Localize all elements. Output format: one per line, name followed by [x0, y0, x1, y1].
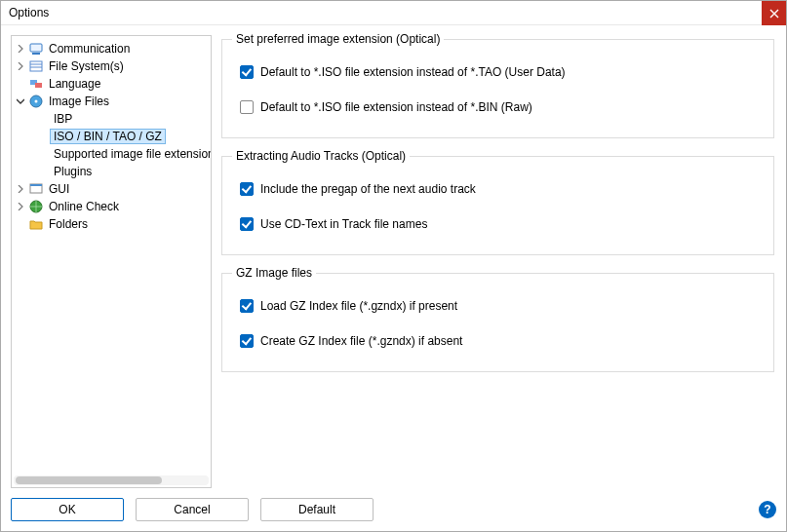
language-icon — [28, 76, 44, 92]
tree-scrollbar[interactable] — [14, 475, 209, 485]
group-title: Set preferred image extension (Optical) — [232, 32, 444, 46]
svg-rect-6 — [35, 83, 42, 88]
window-title: Options — [9, 6, 49, 19]
options-window: Options Communication File System(s) — [0, 0, 787, 532]
tree-item-image-files[interactable]: Image Files — [14, 93, 212, 110]
close-icon — [769, 9, 779, 19]
tree-item-label: Online Check — [47, 200, 121, 213]
checkbox-label: Create GZ Index file (*.gzndx) if absent — [260, 334, 462, 348]
tree-item-plugins[interactable]: Plugins — [14, 163, 212, 180]
tree-item-communication[interactable]: Communication — [14, 40, 212, 57]
cancel-button[interactable]: Cancel — [136, 498, 249, 521]
checkbox-load-gz-index[interactable] — [240, 299, 254, 313]
chevron-down-icon[interactable] — [14, 95, 27, 108]
scrollbar-thumb[interactable] — [16, 476, 162, 484]
disc-icon — [28, 94, 44, 109]
tree-item-online-check[interactable]: Online Check — [14, 198, 212, 215]
chevron-right-icon[interactable] — [14, 59, 27, 73]
folder-icon — [28, 216, 44, 232]
tree-item-label: Plugins — [52, 165, 94, 178]
group-preferred-extension: Set preferred image extension (Optical) … — [221, 39, 774, 138]
settings-panel: Set preferred image extension (Optical) … — [221, 35, 776, 488]
group-title: Extracting Audio Tracks (Optical) — [232, 149, 410, 163]
svg-rect-1 — [32, 53, 40, 55]
checkbox-create-gz-index[interactable] — [240, 334, 254, 348]
tree-item-label: IBP — [52, 112, 74, 126]
communication-icon — [28, 41, 44, 57]
checkbox-label: Include the pregap of the next audio tra… — [260, 182, 476, 196]
group-extract-audio: Extracting Audio Tracks (Optical) Includ… — [221, 156, 774, 255]
chevron-right-icon[interactable] — [14, 182, 27, 196]
tree-item-label: Folders — [47, 217, 90, 231]
tree-item-filesystem[interactable]: File System(s) — [14, 57, 212, 75]
checkbox-label: Load GZ Index file (*.gzndx) if present — [260, 299, 457, 313]
globe-icon — [28, 199, 44, 214]
close-button[interactable] — [762, 1, 786, 25]
checkbox-include-pregap[interactable] — [240, 182, 254, 196]
svg-rect-2 — [30, 61, 42, 71]
checkbox-default-bin[interactable] — [240, 100, 254, 114]
checkbox-label: Default to *.ISO file extension instead … — [260, 65, 566, 79]
tree-item-label: GUI — [47, 182, 71, 196]
checkbox-default-tao[interactable] — [240, 65, 254, 79]
ok-button[interactable]: OK — [11, 498, 124, 521]
gui-icon — [28, 181, 44, 197]
tree-item-label: File System(s) — [47, 59, 126, 73]
checkbox-cd-text[interactable] — [240, 217, 254, 231]
nav-tree: Communication File System(s) Language Im… — [12, 36, 212, 237]
nav-tree-panel: Communication File System(s) Language Im… — [11, 35, 212, 488]
default-button[interactable]: Default — [260, 498, 374, 521]
filesystem-icon — [28, 58, 44, 74]
checkbox-label: Default to *.ISO file extension instead … — [260, 100, 532, 114]
content-area: Communication File System(s) Language Im… — [1, 25, 786, 488]
tree-item-label: Communication — [47, 42, 132, 56]
checkbox-row: Load GZ Index file (*.gzndx) if present — [240, 297, 760, 315]
checkbox-row: Create GZ Index file (*.gzndx) if absent — [240, 332, 760, 350]
svg-point-8 — [35, 100, 38, 103]
tree-item-label: Image Files — [47, 95, 111, 108]
group-gz-image: GZ Image files Load GZ Index file (*.gzn… — [221, 273, 774, 372]
tree-item-language[interactable]: Language — [14, 75, 212, 93]
tree-item-label: Supported image file extension — [52, 147, 212, 161]
svg-rect-0 — [30, 44, 42, 52]
chevron-right-icon[interactable] — [14, 200, 27, 213]
footer: OK Cancel Default ? — [1, 488, 786, 531]
svg-rect-10 — [30, 184, 42, 186]
group-title: GZ Image files — [232, 266, 316, 280]
checkbox-row: Default to *.ISO file extension instead … — [240, 98, 760, 116]
tree-item-gui[interactable]: GUI — [14, 180, 212, 198]
checkbox-row: Default to *.ISO file extension instead … — [240, 63, 760, 81]
help-icon[interactable]: ? — [759, 501, 776, 518]
tree-item-supported-ext[interactable]: Supported image file extension — [14, 145, 212, 163]
tree-item-folders[interactable]: Folders — [14, 215, 212, 233]
chevron-right-icon[interactable] — [14, 42, 27, 56]
checkbox-row: Include the pregap of the next audio tra… — [240, 180, 760, 198]
titlebar: Options — [1, 1, 786, 25]
checkbox-row: Use CD-Text in Track file names — [240, 215, 760, 233]
tree-item-label: Language — [47, 77, 102, 91]
tree-item-ibp[interactable]: IBP — [14, 110, 212, 128]
tree-item-iso-bin-tao-gz[interactable]: ISO / BIN / TAO / GZ — [14, 128, 212, 145]
checkbox-label: Use CD-Text in Track file names — [260, 217, 427, 231]
tree-item-label: ISO / BIN / TAO / GZ — [50, 129, 166, 144]
